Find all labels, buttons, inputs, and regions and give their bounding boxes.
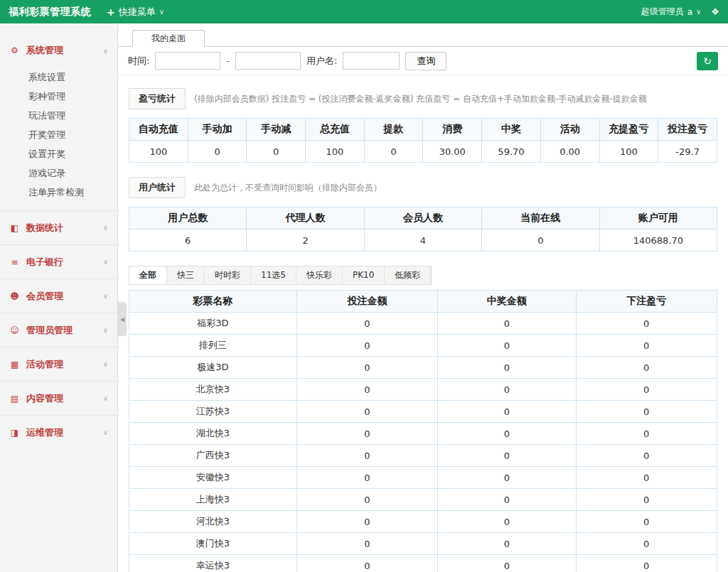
- table-cell: 4: [364, 230, 481, 252]
- column-header: 总充值: [306, 119, 365, 141]
- sidebar-section-2[interactable]: ≡电子银行∨: [0, 244, 117, 279]
- sidebar-collapse-handle[interactable]: ◀: [118, 302, 127, 336]
- sidebar-section-label: 会员管理: [26, 290, 63, 303]
- sidebar-item[interactable]: 设置开奖: [0, 144, 117, 163]
- table-cell: -29.7: [658, 141, 717, 163]
- time-start-input[interactable]: [155, 52, 220, 70]
- admin-icon: ☺: [9, 325, 20, 335]
- table-cell: 0: [296, 401, 437, 423]
- lottery-tab-11选5[interactable]: 11选5: [251, 266, 296, 284]
- sidebar-section-7[interactable]: ◨运维管理∨: [0, 415, 117, 449]
- table-cell: 0: [482, 230, 599, 252]
- table-cell: 0: [576, 401, 717, 423]
- table-cell: 极速3D: [129, 357, 297, 379]
- lottery-tab-低频彩[interactable]: 低频彩: [385, 266, 431, 284]
- chart-icon: ◧: [9, 223, 20, 233]
- profit-table-head: 自动充值手动加手动减总充值提款消费中奖活动充提盈亏投注盈亏: [129, 119, 717, 141]
- chevron-down-icon: ∨: [103, 224, 108, 232]
- table-cell: 0: [576, 445, 717, 467]
- app-title: 福利彩票管理系统: [9, 6, 91, 18]
- chevron-down-icon: ∨: [103, 47, 108, 55]
- table-row: 排列三000: [129, 335, 717, 357]
- chevron-down-icon: ∨: [103, 394, 108, 402]
- chevron-down-icon: ∨: [103, 326, 108, 334]
- table-cell: 幸运快3: [129, 555, 297, 572]
- quick-menu-button[interactable]: + 快捷菜单 ∨: [107, 6, 164, 18]
- username-label: 用户名:: [306, 55, 337, 68]
- username-input[interactable]: [343, 52, 400, 70]
- lottery-tabs: 全部快三时时彩11选5快乐彩PK10低频彩: [129, 266, 432, 285]
- table-cell: 0: [247, 141, 306, 163]
- bank-icon: ≡: [9, 257, 20, 267]
- content-icon: ▤: [9, 394, 20, 404]
- table-cell: 0: [576, 379, 717, 401]
- sidebar-section-5[interactable]: ▦活动管理∨: [0, 347, 117, 381]
- admin-menu-button[interactable]: 超级管理员 a ∨: [641, 6, 702, 18]
- lottery-tab-快三[interactable]: 快三: [167, 266, 205, 284]
- plus-icon: +: [107, 6, 115, 18]
- chevron-down-icon: ∨: [103, 258, 108, 266]
- table-row: 北京快3000: [129, 379, 717, 401]
- table-row: 澳门快3000: [129, 533, 717, 555]
- header-row: 彩票名称投注金额中奖金额下注盈亏: [129, 291, 717, 313]
- table-cell: 排列三: [129, 335, 297, 357]
- quick-menu-label: 快捷菜单: [119, 6, 156, 18]
- table-row: 6240140688.70: [129, 230, 717, 252]
- sidebar-item[interactable]: 游戏记录: [0, 163, 117, 183]
- lottery-table: 彩票名称投注金额中奖金额下注盈亏 福彩3D000排列三000极速3D000北京快…: [129, 290, 717, 572]
- chevron-down-icon: ∨: [103, 360, 108, 368]
- table-cell: 0: [438, 357, 576, 379]
- refresh-button[interactable]: ↻: [697, 52, 718, 70]
- table-cell: 0: [296, 335, 437, 357]
- users-table: 用户总数代理人数会员人数当前在线账户可用 6240140688.70: [129, 207, 717, 252]
- sidebar-item[interactable]: 注单异常检测: [0, 183, 117, 202]
- table-cell: 河北快3: [129, 511, 297, 533]
- sidebar-section-4[interactable]: ☺管理员管理∨: [0, 313, 117, 347]
- users-section-title: 用户统计: [129, 177, 186, 198]
- table-cell: 0: [576, 511, 717, 533]
- tab-my-desktop[interactable]: 我的桌面: [132, 30, 205, 47]
- table-cell: 0: [364, 141, 423, 163]
- refresh-icon: ↻: [703, 55, 712, 67]
- table-cell: 0: [296, 489, 437, 511]
- sidebar-section-6[interactable]: ▤内容管理∨: [0, 381, 117, 415]
- table-cell: 0: [438, 445, 576, 467]
- gift-icon[interactable]: ❖: [711, 6, 719, 17]
- sidebar-section-3[interactable]: ☻会员管理∨: [0, 279, 117, 313]
- column-header: 提款: [364, 119, 423, 141]
- table-cell: 0: [438, 511, 576, 533]
- lottery-table-head: 彩票名称投注金额中奖金额下注盈亏: [129, 291, 717, 313]
- sidebar-section-0[interactable]: ⚙系统管理∨: [0, 33, 117, 68]
- table-cell: 江苏快3: [129, 401, 297, 423]
- sidebar-section-1[interactable]: ◧数据统计∨: [0, 210, 117, 244]
- table-cell: 6: [129, 230, 247, 252]
- table-cell: 0: [438, 335, 576, 357]
- admin-name-label: a: [687, 7, 692, 17]
- header-row: 自动充值手动加手动减总充值提款消费中奖活动充提盈亏投注盈亏: [129, 119, 717, 141]
- users-table-body: 6240140688.70: [129, 230, 717, 252]
- sidebar-item[interactable]: 开奖管理: [0, 125, 117, 144]
- table-cell: 0: [296, 445, 437, 467]
- sidebar-item[interactable]: 玩法管理: [0, 106, 117, 125]
- table-cell: 0: [576, 533, 717, 555]
- topbar: 福利彩票管理系统 + 快捷菜单 ∨ 超级管理员 a ∨ ❖: [0, 0, 728, 23]
- column-header: 代理人数: [247, 207, 364, 230]
- table-cell: 0.00: [540, 141, 599, 163]
- column-header: 投注盈亏: [658, 119, 717, 141]
- table-cell: 北京快3: [129, 379, 297, 401]
- table-cell: 100: [599, 141, 658, 163]
- table-cell: 湖北快3: [129, 423, 297, 445]
- table-cell: 0: [438, 423, 576, 445]
- query-button[interactable]: 查询: [405, 52, 446, 70]
- lottery-tab-全部[interactable]: 全部: [129, 266, 167, 284]
- column-header: 彩票名称: [129, 291, 297, 313]
- sidebar-section-label: 运维管理: [26, 426, 63, 439]
- lottery-tab-时时彩[interactable]: 时时彩: [205, 266, 251, 284]
- lottery-tab-PK10[interactable]: PK10: [343, 266, 385, 284]
- lottery-tab-快乐彩[interactable]: 快乐彩: [296, 266, 343, 284]
- sidebar-item[interactable]: 彩种管理: [0, 87, 117, 106]
- sidebar-item[interactable]: 系统设置: [0, 68, 117, 87]
- table-row: 河北快3000: [129, 511, 717, 533]
- table-cell: 广西快3: [129, 445, 297, 467]
- time-end-input[interactable]: [235, 52, 301, 70]
